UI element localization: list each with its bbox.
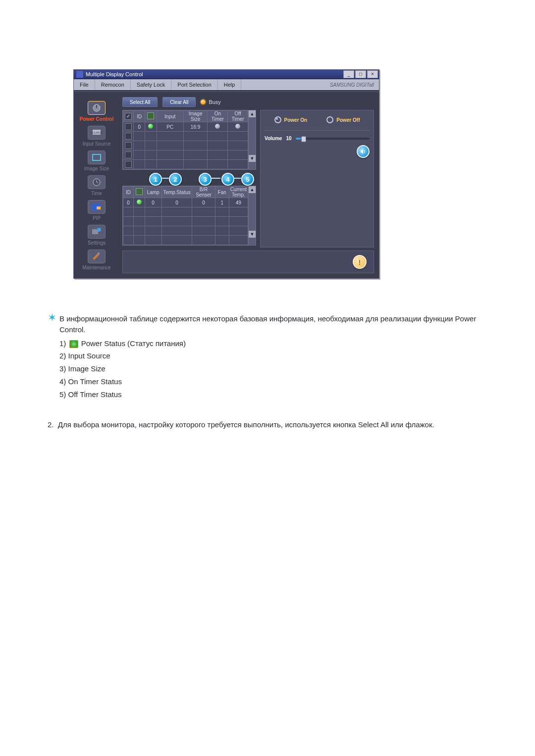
legend-item-2: 2) Input Source <box>59 351 503 361</box>
legend-item-1: 1) Power Status (Статус питания) <box>59 338 503 349</box>
sidebar-item-image-size[interactable]: Image Size <box>84 151 109 171</box>
status-bar: ! <box>122 251 374 273</box>
sidebar-item-input-source[interactable]: SOURCE Input Source <box>83 126 111 147</box>
scroll-down-icon[interactable]: ▼ <box>249 155 256 162</box>
sidebar-item-label: Time <box>91 191 102 196</box>
busy-label: Busy <box>209 99 220 105</box>
table-row[interactable] <box>123 226 248 236</box>
sidebar: Power Control SOURCE Input Source Image … <box>74 92 119 278</box>
note-intro: ✶ В информационной таблице содержится не… <box>48 313 503 335</box>
cell-id: 0 <box>123 198 134 207</box>
col-status <box>145 111 157 122</box>
table-row[interactable] <box>123 151 248 160</box>
callout-2: 2 <box>169 173 182 186</box>
power-status-header-icon <box>147 112 154 119</box>
cell-image-size: 16:9 <box>183 122 208 132</box>
status-led-icon <box>148 124 153 129</box>
clear-all-button[interactable]: Clear All <box>162 97 196 107</box>
select-all-checkbox[interactable] <box>123 111 134 122</box>
col-image-size: Image Size <box>183 111 208 122</box>
scrollbar[interactable]: ▲ ▼ <box>248 110 256 169</box>
busy-led-icon <box>201 100 206 104</box>
busy-indicator: Busy <box>201 99 220 105</box>
svg-rect-6 <box>97 206 101 209</box>
table-row[interactable] <box>123 132 248 141</box>
divider <box>265 130 370 131</box>
scrollbar[interactable]: ▲ ▼ <box>248 186 256 245</box>
col-fan: Fan <box>215 187 229 198</box>
sound-button[interactable] <box>357 145 370 158</box>
scroll-up-icon[interactable]: ▲ <box>249 110 256 117</box>
legend-item-4: 4) On Timer Status <box>59 376 503 387</box>
svg-point-8 <box>97 228 101 232</box>
menu-help[interactable]: Help <box>218 79 242 90</box>
callout-5: 5 <box>241 173 254 186</box>
app-icon <box>76 70 84 78</box>
sidebar-item-label: Maintenance <box>82 265 110 270</box>
sidebar-item-time[interactable]: Time <box>88 175 106 196</box>
select-all-button[interactable]: Select All <box>122 97 158 107</box>
clock-icon <box>88 175 106 189</box>
close-button[interactable]: × <box>367 70 378 78</box>
branding: SAMSUNG DIGITall <box>325 79 379 90</box>
note-para2: 2. Для выбора монитора, настройку которо… <box>48 419 503 430</box>
sidebar-item-power-control[interactable]: Power Control <box>80 101 113 122</box>
scroll-down-icon[interactable]: ▼ <box>249 231 256 238</box>
pip-icon <box>88 200 106 214</box>
right-panel: Power On Power Off Volume 10 <box>260 110 374 248</box>
sidebar-item-label: Input Source <box>83 141 111 147</box>
document-page: Multiple Display Control _ □ × File Remo… <box>0 0 535 470</box>
cell-lamp: 0 <box>145 198 161 207</box>
radio-label: Power Off <box>336 117 360 123</box>
sidebar-item-pip[interactable]: PIP <box>88 200 106 221</box>
table-row[interactable] <box>123 141 248 151</box>
alert-icon: ! <box>353 255 367 269</box>
table-header-row: ID Lamp Temp.Status B/R Senser Fan Curre… <box>123 187 248 198</box>
maximize-button[interactable]: □ <box>355 70 366 78</box>
col-on-timer: On Timer <box>208 111 228 122</box>
svg-text:SOURCE: SOURCE <box>91 131 103 134</box>
radio-icon <box>326 116 333 123</box>
legend-item-5: 5) Off Timer Status <box>59 389 503 400</box>
table-row[interactable] <box>123 160 248 169</box>
titlebar: Multiple Display Control _ □ × <box>74 70 379 79</box>
notes-section: ✶ В информационной таблице содержится не… <box>48 313 503 430</box>
volume-row: Volume 10 <box>265 136 370 141</box>
input-icon: SOURCE <box>88 126 106 140</box>
minimize-button[interactable]: _ <box>343 70 354 78</box>
cell-status <box>134 198 145 207</box>
col-id: ID <box>123 187 134 198</box>
image-size-icon <box>88 151 106 164</box>
col-current-temp: Current Temp. <box>229 187 248 198</box>
menu-portselection[interactable]: Port Selection <box>171 79 217 90</box>
sidebar-item-maintenance[interactable]: Maintenance <box>82 250 110 270</box>
cell-off-timer <box>228 122 248 132</box>
row-checkbox[interactable] <box>123 122 134 132</box>
main-panel: Select All Clear All Busy <box>119 92 379 278</box>
table-header-row: ID Input Image Size On Timer Off Timer <box>123 111 248 122</box>
scroll-up-icon[interactable]: ▲ <box>249 186 256 193</box>
menu-safetylock[interactable]: Safety Lock <box>131 79 171 90</box>
svg-rect-3 <box>93 154 101 160</box>
table-row[interactable] <box>123 236 248 245</box>
col-input: Input <box>157 111 183 122</box>
table-row[interactable] <box>123 207 248 217</box>
svg-rect-9 <box>98 252 100 254</box>
table-row[interactable]: 0 PC 16:9 <box>123 122 248 132</box>
col-id: ID <box>134 111 145 122</box>
menu-remocon[interactable]: Remocon <box>95 79 131 90</box>
volume-slider[interactable] <box>296 138 370 140</box>
table-row[interactable]: 0 0 0 0 1 49 <box>123 198 248 207</box>
col-off-timer: Off Timer <box>228 111 248 122</box>
power-off-radio[interactable]: Power Off <box>326 116 360 123</box>
sidebar-item-settings[interactable]: Settings <box>88 225 106 246</box>
callout-3: 3 <box>199 173 212 186</box>
callout-1: 1 <box>149 173 162 186</box>
col-status <box>134 187 145 198</box>
menu-file[interactable]: File <box>74 79 95 90</box>
table-row[interactable] <box>123 217 248 226</box>
note-intro-text: В информационной таблице содержится неко… <box>59 313 503 335</box>
power-on-radio[interactable]: Power On <box>274 116 308 123</box>
slider-thumb[interactable] <box>301 136 306 142</box>
sidebar-item-label: Settings <box>88 240 106 246</box>
